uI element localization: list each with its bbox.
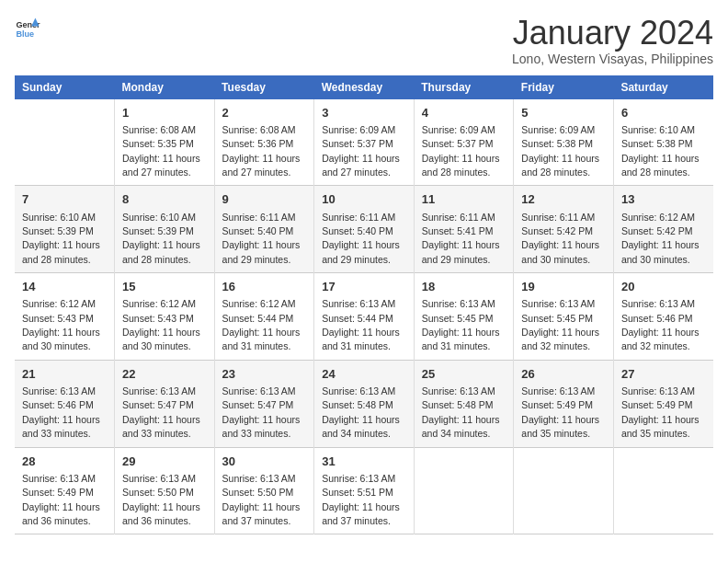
daylight-text: Daylight: 11 hours and 31 minutes.: [222, 327, 301, 351]
table-row: [514, 447, 614, 534]
day-number: 11: [422, 191, 506, 208]
day-number: 12: [521, 191, 606, 208]
daylight-text: Daylight: 11 hours and 30 minutes.: [521, 239, 599, 264]
sunset-text: Sunset: 5:44 PM: [222, 313, 294, 324]
logo-icon: General Blue: [15, 15, 40, 40]
table-row: 31Sunrise: 6:13 AMSunset: 5:51 PMDayligh…: [314, 447, 415, 534]
daylight-text: Daylight: 11 hours and 34 minutes.: [322, 414, 400, 439]
day-number: 26: [521, 366, 606, 383]
sunrise-text: Sunrise: 6:09 AM: [422, 124, 495, 135]
sunset-text: Sunset: 5:39 PM: [122, 225, 194, 236]
daylight-text: Daylight: 11 hours and 30 minutes.: [621, 239, 700, 264]
day-number: 25: [422, 366, 506, 383]
day-number: 8: [122, 191, 207, 208]
calendar-week-row: 1Sunrise: 6:08 AMSunset: 5:35 PMDaylight…: [15, 99, 713, 186]
table-row: 15Sunrise: 6:12 AMSunset: 5:43 PMDayligh…: [115, 273, 215, 361]
table-row: 30Sunrise: 6:13 AMSunset: 5:50 PMDayligh…: [214, 447, 314, 534]
sunrise-text: Sunrise: 6:13 AM: [422, 298, 495, 309]
table-row: 7Sunrise: 6:10 AMSunset: 5:39 PMDaylight…: [15, 186, 115, 273]
sunset-text: Sunset: 5:50 PM: [222, 487, 294, 498]
sunrise-text: Sunrise: 6:12 AM: [621, 212, 695, 223]
sunset-text: Sunset: 5:43 PM: [122, 313, 194, 324]
sunset-text: Sunset: 5:43 PM: [22, 313, 94, 324]
sunset-text: Sunset: 5:37 PM: [322, 138, 393, 149]
day-number: 15: [122, 279, 207, 295]
day-number: 17: [322, 279, 406, 295]
sunset-text: Sunset: 5:49 PM: [521, 399, 593, 410]
day-number: 3: [322, 105, 406, 121]
sunrise-text: Sunrise: 6:12 AM: [122, 298, 196, 309]
table-row: 6Sunrise: 6:10 AMSunset: 5:38 PMDaylight…: [613, 99, 713, 186]
sunset-text: Sunset: 5:47 PM: [222, 399, 294, 410]
table-row: 11Sunrise: 6:11 AMSunset: 5:41 PMDayligh…: [414, 186, 514, 273]
table-row: 18Sunrise: 6:13 AMSunset: 5:45 PMDayligh…: [414, 273, 514, 361]
daylight-text: Daylight: 11 hours and 31 minutes.: [422, 327, 500, 351]
daylight-text: Daylight: 11 hours and 33 minutes.: [22, 414, 100, 439]
sunrise-text: Sunrise: 6:13 AM: [422, 385, 495, 396]
sunrise-text: Sunrise: 6:12 AM: [222, 298, 296, 309]
day-number: 2: [222, 105, 307, 121]
table-row: 16Sunrise: 6:12 AMSunset: 5:44 PMDayligh…: [214, 273, 314, 361]
daylight-text: Daylight: 11 hours and 29 minutes.: [222, 239, 301, 264]
daylight-text: Daylight: 11 hours and 37 minutes.: [322, 501, 400, 526]
daylight-text: Daylight: 11 hours and 31 minutes.: [322, 327, 400, 351]
table-row: 4Sunrise: 6:09 AMSunset: 5:37 PMDaylight…: [414, 99, 514, 186]
daylight-text: Daylight: 11 hours and 35 minutes.: [521, 414, 599, 439]
sunset-text: Sunset: 5:40 PM: [322, 225, 393, 236]
daylight-text: Daylight: 11 hours and 32 minutes.: [521, 327, 599, 351]
table-row: 12Sunrise: 6:11 AMSunset: 5:42 PMDayligh…: [514, 186, 614, 273]
sunrise-text: Sunrise: 6:09 AM: [521, 124, 595, 135]
sunset-text: Sunset: 5:42 PM: [621, 225, 693, 236]
sunset-text: Sunset: 5:40 PM: [222, 225, 294, 236]
page-subtitle: Lono, Western Visayas, Philippines: [512, 52, 713, 66]
daylight-text: Daylight: 11 hours and 30 minutes.: [22, 327, 100, 351]
table-row: 8Sunrise: 6:10 AMSunset: 5:39 PMDaylight…: [115, 186, 215, 273]
calendar-week-row: 21Sunrise: 6:13 AMSunset: 5:46 PMDayligh…: [15, 360, 713, 447]
sunset-text: Sunset: 5:50 PM: [122, 487, 194, 498]
sunset-text: Sunset: 5:35 PM: [122, 138, 194, 149]
col-monday: Monday: [115, 75, 215, 99]
sunrise-text: Sunrise: 6:08 AM: [222, 124, 296, 135]
sunset-text: Sunset: 5:41 PM: [422, 225, 494, 236]
sunrise-text: Sunrise: 6:13 AM: [122, 385, 196, 396]
sunrise-text: Sunrise: 6:11 AM: [521, 212, 595, 223]
sunrise-text: Sunrise: 6:13 AM: [621, 385, 695, 396]
sunset-text: Sunset: 5:45 PM: [521, 313, 593, 324]
calendar-week-row: 7Sunrise: 6:10 AMSunset: 5:39 PMDaylight…: [15, 186, 713, 273]
daylight-text: Daylight: 11 hours and 29 minutes.: [322, 239, 400, 264]
sunset-text: Sunset: 5:48 PM: [422, 399, 494, 410]
sunrise-text: Sunrise: 6:08 AM: [122, 124, 196, 135]
sunrise-text: Sunrise: 6:13 AM: [22, 473, 96, 484]
daylight-text: Daylight: 11 hours and 28 minutes.: [22, 239, 100, 264]
sunset-text: Sunset: 5:49 PM: [22, 487, 94, 498]
daylight-text: Daylight: 11 hours and 29 minutes.: [422, 239, 500, 264]
table-row: [414, 447, 514, 534]
sunrise-text: Sunrise: 6:09 AM: [322, 124, 395, 135]
day-number: 6: [621, 105, 706, 121]
sunset-text: Sunset: 5:47 PM: [122, 399, 194, 410]
sunrise-text: Sunrise: 6:13 AM: [122, 473, 196, 484]
col-tuesday: Tuesday: [214, 75, 314, 99]
table-row: 23Sunrise: 6:13 AMSunset: 5:47 PMDayligh…: [214, 360, 314, 447]
daylight-text: Daylight: 11 hours and 33 minutes.: [222, 414, 301, 439]
table-row: 21Sunrise: 6:13 AMSunset: 5:46 PMDayligh…: [15, 360, 115, 447]
daylight-text: Daylight: 11 hours and 28 minutes.: [521, 153, 599, 178]
table-row: [15, 99, 115, 186]
table-row: 10Sunrise: 6:11 AMSunset: 5:40 PMDayligh…: [314, 186, 415, 273]
col-saturday: Saturday: [613, 75, 713, 99]
calendar-header-row: Sunday Monday Tuesday Wednesday Thursday…: [15, 75, 713, 99]
daylight-text: Daylight: 11 hours and 27 minutes.: [322, 153, 400, 178]
table-row: 28Sunrise: 6:13 AMSunset: 5:49 PMDayligh…: [15, 447, 115, 534]
calendar-table: Sunday Monday Tuesday Wednesday Thursday…: [15, 75, 713, 535]
table-row: 25Sunrise: 6:13 AMSunset: 5:48 PMDayligh…: [414, 360, 514, 447]
table-row: 2Sunrise: 6:08 AMSunset: 5:36 PMDaylight…: [214, 99, 314, 186]
day-number: 29: [122, 454, 207, 470]
daylight-text: Daylight: 11 hours and 28 minutes.: [122, 239, 200, 264]
sunrise-text: Sunrise: 6:13 AM: [22, 385, 96, 396]
sunset-text: Sunset: 5:44 PM: [322, 313, 393, 324]
sunrise-text: Sunrise: 6:11 AM: [322, 212, 395, 223]
sunset-text: Sunset: 5:38 PM: [521, 138, 593, 149]
day-number: 18: [422, 279, 506, 295]
day-number: 13: [621, 191, 706, 208]
table-row: 5Sunrise: 6:09 AMSunset: 5:38 PMDaylight…: [514, 99, 614, 186]
